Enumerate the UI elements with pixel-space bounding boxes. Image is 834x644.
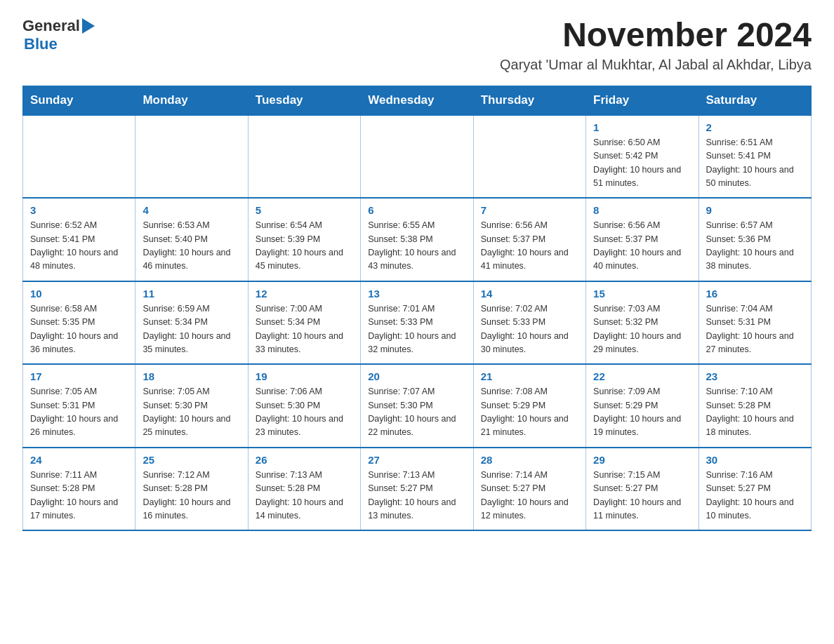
day-info: Sunrise: 7:04 AM Sunset: 5:31 PM Dayligh… [706, 302, 804, 357]
day-number: 13 [368, 288, 465, 300]
day-info: Sunrise: 7:13 AM Sunset: 5:28 PM Dayligh… [256, 469, 353, 523]
calendar-cell: 26Sunrise: 7:13 AM Sunset: 5:28 PM Dayli… [248, 448, 360, 531]
day-info: Sunrise: 6:57 AM Sunset: 5:36 PM Dayligh… [706, 219, 804, 274]
calendar-cell: 9Sunrise: 6:57 AM Sunset: 5:36 PM Daylig… [699, 198, 811, 281]
calendar-cell: 2Sunrise: 6:51 AM Sunset: 5:41 PM Daylig… [699, 115, 811, 199]
calendar-cell: 19Sunrise: 7:06 AM Sunset: 5:30 PM Dayli… [248, 364, 360, 448]
header-thursday: Thursday [473, 86, 585, 115]
day-info: Sunrise: 6:58 AM Sunset: 5:35 PM Dayligh… [30, 302, 128, 357]
header-friday: Friday [586, 86, 699, 115]
day-number: 30 [706, 454, 804, 466]
calendar-cell: 3Sunrise: 6:52 AM Sunset: 5:41 PM Daylig… [23, 198, 135, 281]
calendar-cell: 25Sunrise: 7:12 AM Sunset: 5:28 PM Dayli… [135, 448, 248, 531]
calendar-cell: 24Sunrise: 7:11 AM Sunset: 5:28 PM Dayli… [23, 448, 135, 531]
calendar-cell: 15Sunrise: 7:03 AM Sunset: 5:32 PM Dayli… [586, 281, 699, 365]
day-info: Sunrise: 7:14 AM Sunset: 5:27 PM Dayligh… [481, 469, 578, 523]
header-wednesday: Wednesday [361, 86, 473, 115]
day-number: 26 [256, 454, 353, 466]
day-number: 14 [481, 288, 578, 300]
day-number: 9 [706, 204, 804, 216]
logo-triangle-icon [82, 18, 95, 34]
calendar-cell: 20Sunrise: 7:07 AM Sunset: 5:30 PM Dayli… [361, 364, 473, 448]
day-number: 28 [481, 454, 578, 466]
day-info: Sunrise: 7:09 AM Sunset: 5:29 PM Dayligh… [593, 385, 691, 440]
calendar-table: SundayMondayTuesdayWednesdayThursdayFrid… [22, 86, 812, 532]
calendar-cell: 23Sunrise: 7:10 AM Sunset: 5:28 PM Dayli… [699, 364, 811, 448]
day-number: 29 [593, 454, 691, 466]
calendar-cell: 11Sunrise: 6:59 AM Sunset: 5:34 PM Dayli… [135, 281, 248, 365]
day-number: 21 [481, 370, 578, 382]
calendar-header-row: SundayMondayTuesdayWednesdayThursdayFrid… [23, 86, 812, 115]
calendar-cell: 6Sunrise: 6:55 AM Sunset: 5:38 PM Daylig… [361, 198, 473, 281]
day-number: 6 [368, 204, 465, 216]
day-number: 18 [143, 370, 240, 382]
calendar-cell: 18Sunrise: 7:05 AM Sunset: 5:30 PM Dayli… [135, 364, 248, 448]
day-info: Sunrise: 7:06 AM Sunset: 5:30 PM Dayligh… [256, 385, 353, 440]
day-info: Sunrise: 6:55 AM Sunset: 5:38 PM Dayligh… [368, 219, 465, 274]
header-sunday: Sunday [23, 86, 135, 115]
calendar-cell: 27Sunrise: 7:13 AM Sunset: 5:27 PM Dayli… [361, 448, 473, 531]
day-info: Sunrise: 6:50 AM Sunset: 5:42 PM Dayligh… [593, 136, 691, 191]
calendar-cell [135, 115, 248, 199]
day-info: Sunrise: 7:07 AM Sunset: 5:30 PM Dayligh… [368, 385, 465, 440]
calendar-cell [473, 115, 585, 199]
day-number: 22 [593, 370, 691, 382]
day-number: 12 [256, 288, 353, 300]
calendar-cell: 4Sunrise: 6:53 AM Sunset: 5:40 PM Daylig… [135, 198, 248, 281]
calendar-cell: 7Sunrise: 6:56 AM Sunset: 5:37 PM Daylig… [473, 198, 585, 281]
day-number: 24 [30, 454, 128, 466]
day-number: 27 [368, 454, 465, 466]
day-info: Sunrise: 7:00 AM Sunset: 5:34 PM Dayligh… [256, 302, 353, 357]
location-title: Qaryat 'Umar al Mukhtar, Al Jabal al Akh… [500, 57, 812, 73]
calendar-cell: 1Sunrise: 6:50 AM Sunset: 5:42 PM Daylig… [586, 115, 699, 199]
calendar-cell: 16Sunrise: 7:04 AM Sunset: 5:31 PM Dayli… [699, 281, 811, 365]
day-info: Sunrise: 6:56 AM Sunset: 5:37 PM Dayligh… [481, 219, 578, 274]
calendar-cell [248, 115, 360, 199]
calendar-week-row: 24Sunrise: 7:11 AM Sunset: 5:28 PM Dayli… [23, 448, 812, 531]
title-block: November 2024 Qaryat 'Umar al Mukhtar, A… [500, 17, 812, 73]
day-info: Sunrise: 7:05 AM Sunset: 5:31 PM Dayligh… [30, 385, 128, 440]
day-info: Sunrise: 7:02 AM Sunset: 5:33 PM Dayligh… [481, 302, 578, 357]
day-info: Sunrise: 6:54 AM Sunset: 5:39 PM Dayligh… [256, 219, 353, 274]
day-number: 10 [30, 288, 128, 300]
day-info: Sunrise: 7:01 AM Sunset: 5:33 PM Dayligh… [368, 302, 465, 357]
day-info: Sunrise: 7:11 AM Sunset: 5:28 PM Dayligh… [30, 469, 128, 523]
day-info: Sunrise: 6:56 AM Sunset: 5:37 PM Dayligh… [593, 219, 691, 274]
day-info: Sunrise: 7:10 AM Sunset: 5:28 PM Dayligh… [706, 385, 804, 440]
calendar-cell: 12Sunrise: 7:00 AM Sunset: 5:34 PM Dayli… [248, 281, 360, 365]
svg-marker-0 [82, 18, 95, 34]
header-tuesday: Tuesday [248, 86, 360, 115]
day-info: Sunrise: 7:03 AM Sunset: 5:32 PM Dayligh… [593, 302, 691, 357]
calendar-cell: 30Sunrise: 7:16 AM Sunset: 5:27 PM Dayli… [699, 448, 811, 531]
month-title: November 2024 [500, 17, 812, 54]
header: General Blue November 2024 Qaryat 'Umar … [22, 17, 812, 73]
day-number: 25 [143, 454, 240, 466]
calendar-cell: 8Sunrise: 6:56 AM Sunset: 5:37 PM Daylig… [586, 198, 699, 281]
day-number: 5 [256, 204, 353, 216]
day-info: Sunrise: 6:53 AM Sunset: 5:40 PM Dayligh… [143, 219, 240, 274]
logo-blue: Blue [24, 35, 58, 53]
day-info: Sunrise: 7:08 AM Sunset: 5:29 PM Dayligh… [481, 385, 578, 440]
day-info: Sunrise: 6:52 AM Sunset: 5:41 PM Dayligh… [30, 219, 128, 274]
day-number: 15 [593, 288, 691, 300]
header-saturday: Saturday [699, 86, 811, 115]
calendar-week-row: 1Sunrise: 6:50 AM Sunset: 5:42 PM Daylig… [23, 115, 812, 199]
calendar-cell: 29Sunrise: 7:15 AM Sunset: 5:27 PM Dayli… [586, 448, 699, 531]
day-number: 17 [30, 370, 128, 382]
day-number: 1 [593, 121, 691, 133]
day-info: Sunrise: 6:51 AM Sunset: 5:41 PM Dayligh… [706, 136, 804, 191]
calendar-week-row: 10Sunrise: 6:58 AM Sunset: 5:35 PM Dayli… [23, 281, 812, 365]
calendar-cell: 13Sunrise: 7:01 AM Sunset: 5:33 PM Dayli… [361, 281, 473, 365]
day-info: Sunrise: 7:12 AM Sunset: 5:28 PM Dayligh… [143, 469, 240, 523]
day-number: 8 [593, 204, 691, 216]
calendar-cell: 22Sunrise: 7:09 AM Sunset: 5:29 PM Dayli… [586, 364, 699, 448]
logo: General Blue [22, 17, 95, 54]
calendar-week-row: 17Sunrise: 7:05 AM Sunset: 5:31 PM Dayli… [23, 364, 812, 448]
day-number: 11 [143, 288, 240, 300]
calendar-cell: 10Sunrise: 6:58 AM Sunset: 5:35 PM Dayli… [23, 281, 135, 365]
calendar-cell: 21Sunrise: 7:08 AM Sunset: 5:29 PM Dayli… [473, 364, 585, 448]
calendar-cell [23, 115, 135, 199]
calendar-cell [361, 115, 473, 199]
day-info: Sunrise: 6:59 AM Sunset: 5:34 PM Dayligh… [143, 302, 240, 357]
day-number: 20 [368, 370, 465, 382]
